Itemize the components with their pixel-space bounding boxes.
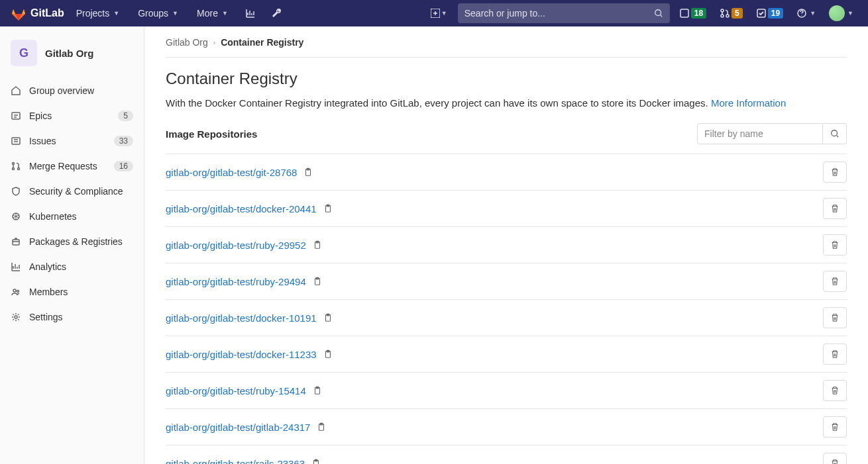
search-bar[interactable]: [458, 3, 670, 23]
repo-row: gitlab-org/gitlab-test/docker-20441: [166, 190, 847, 226]
nav-help[interactable]: ▼: [792, 8, 820, 19]
merge-icon: [11, 161, 21, 171]
sidebar-item-group-overview[interactable]: Group overview: [0, 78, 144, 103]
chevron-right-icon: ›: [213, 39, 215, 46]
trash-icon: [830, 240, 840, 250]
clipboard-icon: [313, 277, 322, 286]
sidebar-item-issues[interactable]: Issues33: [0, 128, 144, 154]
breadcrumb-current: Container Registry: [221, 37, 303, 48]
search-icon: [654, 9, 663, 18]
delete-button[interactable]: [823, 307, 847, 328]
shield-icon: [11, 186, 21, 197]
repo-row: gitlab-org/gitlab-test/git-28768: [166, 154, 847, 190]
search-input[interactable]: [464, 8, 654, 19]
repo-list: gitlab-org/gitlab-test/git-28768gitlab-o…: [166, 154, 847, 464]
chevron-down-icon: ▼: [441, 10, 447, 17]
delete-button[interactable]: [823, 453, 847, 464]
page-description-text: With the Docker Container Registry integ…: [166, 97, 711, 109]
sidebar-item-label: Epics: [29, 111, 110, 121]
svg-point-10: [13, 163, 15, 165]
filter-input[interactable]: [697, 123, 823, 144]
repo-link[interactable]: gitlab-org/gitlab-test/ruby-29952: [166, 240, 306, 251]
top-navbar: GitLab Projects ▼ Groups ▼ More ▼ ▼ 18 5…: [0, 0, 868, 26]
svg-point-11: [13, 168, 15, 170]
repo-link[interactable]: gitlab-org/gitlab-test/gitlab-24317: [166, 422, 310, 433]
svg-point-5: [726, 15, 729, 17]
repo-link[interactable]: gitlab-org/gitlab-test/git-28768: [166, 167, 297, 178]
nav-activity-icon[interactable]: [240, 0, 261, 26]
sidebar-item-label: Settings: [29, 312, 133, 322]
members-icon: [11, 287, 21, 297]
svg-rect-14: [13, 240, 19, 245]
nav-admin-icon[interactable]: [266, 0, 288, 26]
delete-button[interactable]: [823, 271, 847, 292]
wrench-icon: [272, 8, 282, 19]
copy-button[interactable]: [313, 386, 322, 395]
delete-button[interactable]: [823, 380, 847, 401]
repo-link[interactable]: gitlab-org/gitlab-test/docker-10191: [166, 312, 317, 324]
brand-name: GitLab: [30, 7, 64, 19]
delete-button[interactable]: [823, 198, 847, 219]
copy-button[interactable]: [323, 313, 333, 322]
gitlab-logo[interactable]: GitLab: [11, 5, 64, 21]
svg-point-1: [655, 10, 661, 16]
repo-link[interactable]: gitlab-org/gitlab-test/ruby-29494: [166, 276, 306, 287]
sidebar-item-kubernetes[interactable]: Kubernetes: [0, 204, 144, 229]
project-header[interactable]: G Gitlab Org: [0, 33, 144, 78]
repo-link[interactable]: gitlab-org/gitlab-test/rails-23363: [166, 458, 305, 465]
sidebar-item-merge-requests[interactable]: Merge Requests16: [0, 154, 144, 179]
copy-button[interactable]: [311, 459, 321, 464]
nav-groups[interactable]: Groups ▼: [131, 0, 185, 26]
nav-mr-count[interactable]: 5: [716, 8, 747, 19]
repo-link[interactable]: gitlab-org/gitlab-test/docker-11233: [166, 349, 317, 360]
trash-icon: [830, 349, 840, 359]
sidebar-item-security-compliance[interactable]: Security & Compliance: [0, 179, 144, 204]
repo-link[interactable]: gitlab-org/gitlab-test/ruby-15414: [166, 385, 306, 396]
nav-projects[interactable]: Projects ▼: [70, 0, 127, 26]
mr-count-badge: 5: [732, 8, 743, 19]
page-title: Container Registry: [166, 70, 847, 88]
sidebar-item-analytics[interactable]: Analytics: [0, 254, 144, 279]
delete-button[interactable]: [823, 344, 847, 365]
repo-row: gitlab-org/gitlab-test/gitlab-24317: [166, 408, 847, 445]
merge-request-icon: [720, 8, 730, 19]
repo-link[interactable]: gitlab-org/gitlab-test/docker-20441: [166, 203, 317, 214]
user-menu[interactable]: ▼: [825, 5, 857, 21]
sidebar-item-packages-registries[interactable]: Packages & Registries: [0, 229, 144, 254]
filter-search-button[interactable]: [823, 123, 847, 144]
svg-rect-2: [680, 9, 688, 17]
svg-point-17: [15, 316, 17, 318]
create-new-button[interactable]: ▼: [425, 0, 453, 26]
sidebar-item-settings[interactable]: Settings: [0, 304, 144, 330]
plus-icon: [431, 9, 440, 18]
search-icon: [830, 129, 840, 138]
chevron-down-icon: ▼: [810, 10, 816, 17]
nav-more[interactable]: More ▼: [190, 0, 235, 26]
sidebar-item-count: 5: [118, 111, 133, 121]
copy-button[interactable]: [313, 240, 322, 250]
svg-point-4: [721, 15, 724, 17]
breadcrumb-root[interactable]: Gitlab Org: [166, 37, 208, 48]
clipboard-icon: [323, 349, 333, 359]
clipboard-icon: [313, 386, 322, 395]
nav-issues-count[interactable]: 18: [675, 8, 710, 19]
delete-button[interactable]: [823, 234, 847, 255]
sidebar-item-label: Members: [29, 287, 133, 297]
sidebar-item-members[interactable]: Members: [0, 279, 144, 304]
more-information-link[interactable]: More Information: [711, 97, 786, 109]
copy-button[interactable]: [317, 422, 326, 432]
copy-button[interactable]: [323, 349, 333, 359]
delete-button[interactable]: [823, 162, 847, 183]
repo-row: gitlab-org/gitlab-test/ruby-15414: [166, 372, 847, 408]
sidebar-item-epics[interactable]: Epics5: [0, 103, 144, 128]
copy-button[interactable]: [323, 204, 333, 213]
copy-button[interactable]: [313, 277, 322, 286]
nav-todo-count[interactable]: 19: [752, 8, 787, 19]
delete-button[interactable]: [823, 416, 847, 438]
main-content: Gitlab Org › Container Registry Containe…: [144, 26, 868, 464]
copy-button[interactable]: [303, 167, 313, 177]
trash-icon: [830, 277, 840, 286]
issues-icon: [679, 8, 690, 19]
sidebar-item-count: 33: [114, 136, 133, 146]
chevron-down-icon: ▼: [847, 10, 853, 17]
